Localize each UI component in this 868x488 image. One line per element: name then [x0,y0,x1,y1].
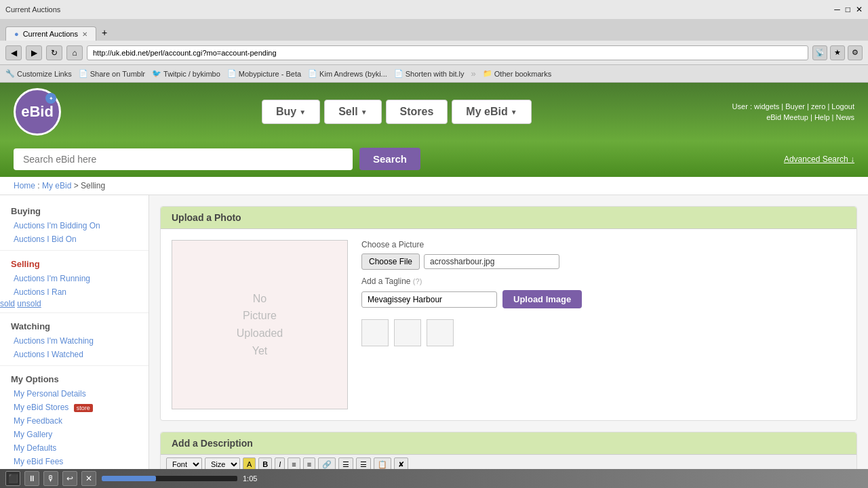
help-link[interactable]: Help [814,113,830,121]
toolbar-align2-btn[interactable]: ☰ [356,458,371,469]
upload-section: Upload a Photo No Picture Uploaded Yet C… [160,206,857,421]
content-area: Upload a Photo No Picture Uploaded Yet C… [149,195,868,469]
bookmark-mobypicture[interactable]: 📄 Mobypicture - Beta [227,69,301,78]
tab-favicon: ● [14,30,19,38]
search-bar-area: Search Advanced Search ↓ [0,141,868,177]
file-name-input[interactable] [424,254,559,269]
close-btn[interactable]: ✕ [856,5,863,14]
breadcrumb-home[interactable]: Home [14,181,35,190]
sidebar-ebid-fees[interactable]: My eBid Fees [0,455,149,468]
minimize-btn[interactable]: ─ [834,5,840,14]
star-icon[interactable]: ★ [830,45,845,60]
bookmark-twitpic[interactable]: 🐦 Twitpic / bykimbo [152,69,220,78]
sidebar-feedback[interactable]: My Feedback [0,414,149,428]
choose-file-btn[interactable]: Choose File [361,253,420,270]
mic-btn[interactable]: 🎙 [43,471,58,486]
sidebar-auctions-watched[interactable]: Auctions I Watched [0,348,149,361]
sidebar-ebid-stores[interactable]: My eBid Stores store [0,401,149,414]
image-slots [361,319,846,346]
upload-section-body: No Picture Uploaded Yet Choose a Picture… [161,229,856,420]
maximize-btn[interactable]: □ [846,5,850,14]
bookmark-tumblr[interactable]: 📄 Share on Tumblr [79,69,145,78]
bookmark-icon: 📄 [394,69,403,78]
toolbar-bold-btn[interactable]: B [258,458,272,469]
tab-close-btn[interactable]: ✕ [82,30,87,38]
address-bar[interactable] [87,45,808,60]
nav-myebid-label: My eBid [466,106,507,118]
bookmark-icon: 📄 [79,69,88,78]
upload-image-btn[interactable]: Upload Image [502,290,582,308]
tagline-label: Add a Tagline (?) [361,277,846,286]
forward-btn[interactable]: ▶ [26,45,42,60]
tagline-input[interactable] [361,291,497,308]
description-section-title: Add a Description [161,432,856,455]
nav-myebid[interactable]: My eBid ▼ [452,100,531,124]
tools-icon[interactable]: ⚙ [848,45,863,60]
toolbar-align1-btn[interactable]: ☰ [338,458,353,469]
tagline-help-icon[interactable]: (?) [413,277,422,285]
nav-stores[interactable]: Stores [386,100,448,124]
toolbar-link-btn[interactable]: 🔗 [318,458,336,469]
unsold-link[interactable]: unsold [17,299,41,308]
more-bookmarks-icon[interactable]: » [471,68,476,79]
title-text: Current Auctions [5,5,60,14]
sidebar-selling-title: Selling [0,255,149,272]
sold-link[interactable]: sold [0,299,15,308]
nav-buy-label: Buy [276,106,296,118]
tagline-row: Upload Image [361,290,846,308]
toolbar-list1-btn[interactable]: ≡ [288,458,300,469]
news-link[interactable]: News [835,113,854,121]
refresh-btn[interactable]: ↻ [46,45,62,60]
record-btn[interactable]: ⬛ [5,471,20,486]
current-tab[interactable]: ● Current Auctions ✕ [5,26,96,41]
bookmark-other[interactable]: 📁 Other bookmarks [483,69,551,78]
description-section: Add a Description Font Size A B I ≡ ≡ [160,432,857,469]
nav-stores-label: Stores [400,106,434,118]
size-select[interactable]: Size [205,458,240,469]
bookmark-bitly[interactable]: 📄 Shorten with bit.ly [394,69,465,78]
logo-badge: ✦ [45,93,56,104]
sidebar-options-title: My Options [0,370,149,387]
sidebar-auctions-running[interactable]: Auctions I'm Running [0,272,149,285]
sidebar-personal-details[interactable]: My Personal Details [0,387,149,401]
progress-bar-fill [102,476,156,481]
toolbar-color-btn[interactable]: A [243,458,256,469]
upload-section-title: Upload a Photo [161,207,856,229]
advanced-search-link[interactable]: Advanced Search ↓ [784,155,854,164]
editor-toolbar: Font Size A B I ≡ ≡ 🔗 ☰ ☰ 📋 [161,455,856,469]
home-btn[interactable]: ⌂ [66,45,83,60]
pause-btn[interactable]: ⏸ [24,471,39,486]
meetup-link[interactable]: eBid Meetup [766,113,808,121]
sidebar-auctions-ran[interactable]: Auctions I Ran [0,285,149,299]
nav-myebid-arrow: ▼ [511,108,517,116]
sidebar-gallery[interactable]: My Gallery [0,428,149,441]
search-input[interactable] [14,148,353,170]
nav-sell[interactable]: Sell ▼ [324,100,381,124]
rss-icon[interactable]: 📡 [812,45,827,60]
toolbar-italic-btn[interactable]: I [275,458,285,469]
stop-btn[interactable]: ✕ [81,471,96,486]
no-picture-text: No Picture Uploaded Yet [237,290,283,359]
back-btn[interactable]: ◀ [5,45,22,60]
bookmark-kim[interactable]: 📄 Kim Andrews (byki... [308,69,387,78]
bookmark-icon: 🔧 [5,69,15,78]
nav-buy-arrow: ▼ [299,108,306,116]
sidebar-auctions-bid[interactable]: Auctions I Bid On [0,232,149,246]
nav-bar: ◀ ▶ ↻ ⌂ 📡 ★ ⚙ [0,41,868,65]
new-tab-btn[interactable]: + [96,24,113,41]
toolbar-list2-btn[interactable]: ≡ [303,458,315,469]
main-nav: Buy ▼ Sell ▼ Stores My eBid ▼ [75,100,719,124]
bookmark-customize[interactable]: 🔧 Customize Links [5,69,72,78]
breadcrumb-myebid[interactable]: My eBid [42,181,71,190]
rewind-btn[interactable]: ↩ [62,471,77,486]
store-badge: store [74,404,93,412]
sidebar-defaults[interactable]: My Defaults [0,441,149,455]
playback-time: 1:05 [243,474,257,483]
search-button[interactable]: Search [359,148,420,170]
sidebar-auctions-watching[interactable]: Auctions I'm Watching [0,334,149,348]
sidebar-auctions-bidding[interactable]: Auctions I'm Bidding On [0,219,149,232]
nav-buy[interactable]: Buy ▼ [262,100,320,124]
font-select[interactable]: Font [166,458,202,469]
toolbar-paste-btn[interactable]: 📋 [374,458,391,469]
toolbar-clear-btn[interactable]: ✘ [394,458,408,469]
